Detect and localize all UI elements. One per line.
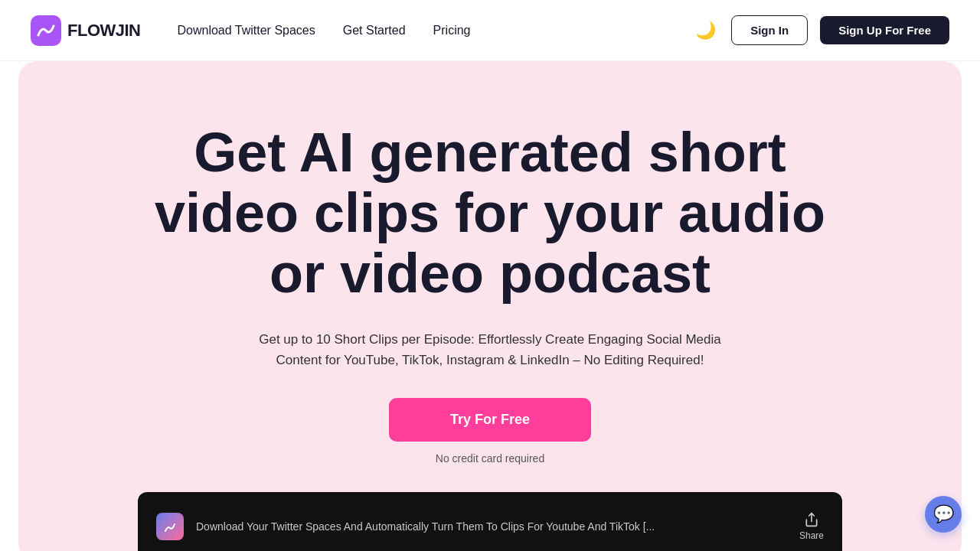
video-title-text: Download Your Twitter Spaces And Automat… [196,520,787,533]
hero-title: Get AI generated short video clips for y… [145,122,835,305]
nav-links: Download Twitter Spaces Get Started Pric… [178,24,471,37]
share-icon [804,512,819,527]
logo-text: FLOWJIN [67,21,141,41]
chat-icon: 💬 [933,504,954,524]
try-for-free-button[interactable]: Try For Free [389,398,591,442]
sign-in-button[interactable]: Sign In [731,15,808,45]
no-credit-card-text: No credit card required [49,452,931,465]
sign-up-button[interactable]: Sign Up For Free [820,16,949,44]
video-logo-icon [156,513,184,540]
logo[interactable]: FLOWJIN [31,15,141,46]
share-button[interactable]: Share [799,512,824,541]
moon-icon: 🌙 [695,21,716,41]
navbar-right: 🌙 Sign In Sign Up For Free [691,15,949,45]
navbar-left: FLOWJIN Download Twitter Spaces Get Star… [31,15,470,46]
hero-subtitle: Get up to 10 Short Clips per Episode: Ef… [237,329,743,370]
logo-icon [31,15,61,46]
hero-section: Get AI generated short video clips for y… [18,61,962,551]
nav-link-download[interactable]: Download Twitter Spaces [178,24,315,37]
chat-widget-button[interactable]: 💬 [925,496,962,533]
share-label: Share [799,530,824,541]
nav-link-get-started[interactable]: Get Started [343,24,406,37]
video-preview-bar: Download Your Twitter Spaces And Automat… [138,492,842,551]
nav-link-pricing[interactable]: Pricing [433,24,471,37]
navbar: FLOWJIN Download Twitter Spaces Get Star… [0,0,980,61]
theme-toggle-button[interactable]: 🌙 [691,17,719,44]
